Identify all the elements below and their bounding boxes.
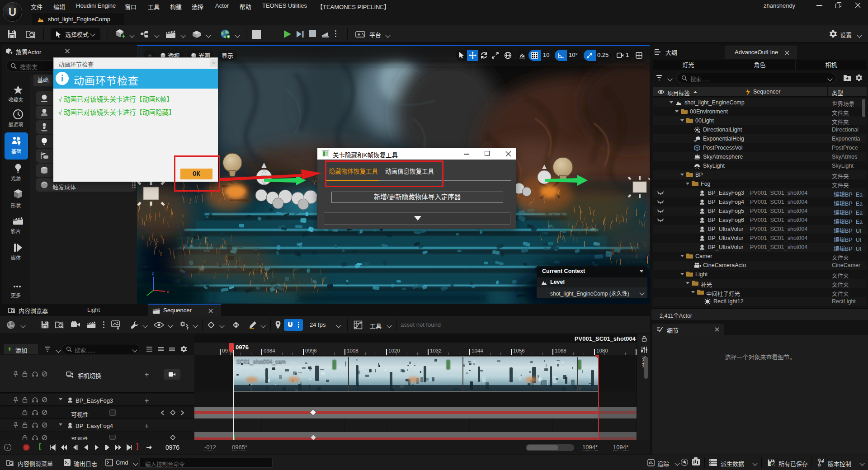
svg-text:x: x (167, 290, 169, 294)
svg-text:z: z (152, 271, 154, 276)
